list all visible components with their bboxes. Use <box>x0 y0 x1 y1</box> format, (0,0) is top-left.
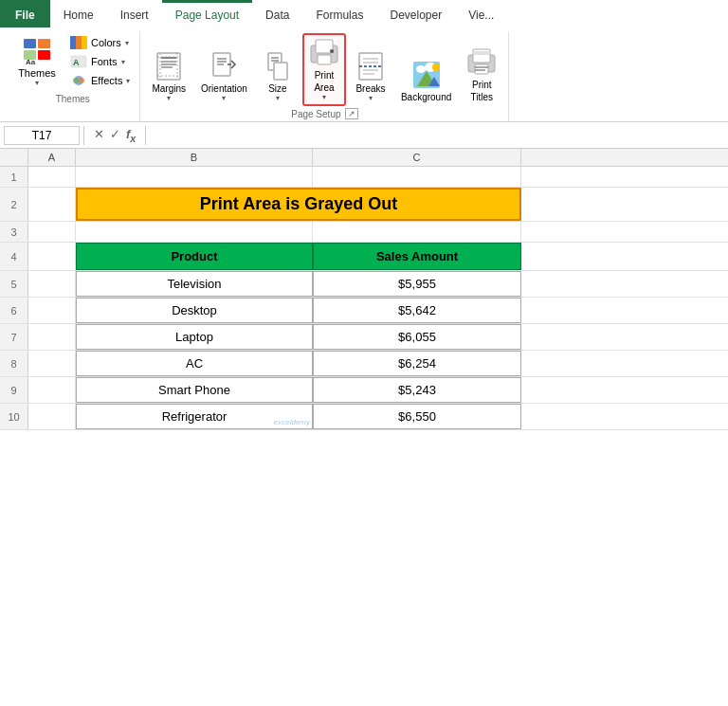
margins-button[interactable]: Margins ▾ <box>146 47 191 106</box>
cell-c3[interactable] <box>313 222 521 242</box>
breaks-label: Breaks <box>355 83 385 94</box>
tab-insert[interactable]: Insert <box>107 0 162 27</box>
margins-icon <box>154 51 184 81</box>
cell-a7[interactable] <box>28 324 76 350</box>
cell-a1[interactable] <box>28 167 76 187</box>
print-area-button[interactable]: Print Area ▾ <box>302 33 346 106</box>
svg-rect-1 <box>38 39 50 48</box>
row-num-3: 3 <box>0 222 28 242</box>
svg-point-12 <box>79 78 84 83</box>
effects-icon <box>70 73 87 88</box>
tab-file[interactable]: File <box>0 0 50 27</box>
breaks-button[interactable]: Breaks ▾ <box>350 47 391 106</box>
row-num-7: 7 <box>0 324 28 350</box>
svg-point-42 <box>416 65 426 73</box>
table-row: 2 Print Area is Grayed Out <box>0 188 728 222</box>
colors-label: Colors <box>91 37 121 48</box>
themes-group-label: Themes <box>9 91 136 104</box>
header-sales: Sales Amount <box>376 249 458 263</box>
cell-b3[interactable] <box>76 222 313 242</box>
cell-b8[interactable]: AC <box>76 351 313 376</box>
themes-button[interactable]: Aa Themes ▾ <box>9 33 64 91</box>
breaks-arrow: ▾ <box>369 94 373 102</box>
col-header-a[interactable]: A <box>28 149 76 166</box>
size-icon <box>263 51 293 81</box>
svg-rect-3 <box>38 50 50 60</box>
cell-b7[interactable]: Laptop <box>76 324 313 350</box>
header-product: Product <box>171 249 217 263</box>
cell-c9[interactable]: $5,243 <box>313 377 521 403</box>
page-setup-buttons: Margins ▾ Orientation <box>146 33 502 106</box>
tab-developer[interactable]: Developer <box>376 0 455 27</box>
page-setup-group: Margins ▾ Orientation <box>140 31 509 121</box>
table-row: 10 Refrigerator exceldemy $6,550 <box>0 404 728 430</box>
ribbon-content: Aa Themes ▾ <box>0 27 728 121</box>
print-titles-icon <box>466 47 497 78</box>
table-row: 6 Desktop $5,642 <box>0 298 728 324</box>
ribbon-tab-bar: File Home Insert Page Layout Data Formul… <box>0 0 728 27</box>
cell-a4[interactable] <box>28 243 76 270</box>
name-box[interactable] <box>4 126 80 145</box>
print-area-label: Print <box>315 70 335 81</box>
col-header-b[interactable]: B <box>76 149 313 166</box>
tab-formulas[interactable]: Formulas <box>302 0 376 27</box>
table-row: 7 Laptop $6,055 <box>0 324 728 351</box>
background-icon <box>411 60 442 90</box>
svg-point-33 <box>330 49 334 53</box>
confirm-formula-icon[interactable]: ✓ <box>110 127 120 144</box>
page-setup-expand[interactable]: ↗ <box>345 108 358 119</box>
effects-button[interactable]: Effects ▾ <box>64 71 136 90</box>
table-row: 9 Smart Phone $5,243 <box>0 377 728 404</box>
size-button[interactable]: Size ▾ <box>257 47 299 106</box>
cell-b4[interactable]: Product <box>76 243 313 270</box>
page-setup-label: Page Setup <box>291 109 340 119</box>
print-area-icon <box>309 38 339 68</box>
cell-a5[interactable] <box>28 271 76 297</box>
formula-input[interactable] <box>150 127 724 144</box>
print-area-arrow: ▾ <box>322 93 326 101</box>
cell-c4[interactable]: Sales Amount <box>313 243 521 270</box>
background-label: Background <box>401 92 451 102</box>
tab-home[interactable]: Home <box>50 0 107 27</box>
colors-button[interactable]: Colors ▾ <box>64 33 136 52</box>
orientation-button[interactable]: Orientation ▾ <box>195 47 253 106</box>
cell-a8[interactable] <box>28 351 76 376</box>
svg-rect-34 <box>318 55 331 64</box>
row-num-spacer <box>0 149 28 166</box>
row-num-6: 6 <box>0 298 28 323</box>
svg-rect-28 <box>274 63 287 80</box>
cell-a3[interactable] <box>28 222 76 242</box>
cell-a10[interactable] <box>28 404 76 429</box>
tab-page-layout[interactable]: Page Layout <box>162 0 252 27</box>
cell-c6[interactable]: $5,642 <box>313 298 521 323</box>
formula-icons: ✕ ✓ fx <box>88 127 141 144</box>
breaks-icon <box>355 51 386 81</box>
title-cell[interactable]: Print Area is Grayed Out <box>76 188 521 221</box>
cell-b5[interactable]: Television <box>76 271 313 297</box>
cell-a9[interactable] <box>28 377 76 403</box>
cell-c7[interactable]: $6,055 <box>313 324 521 350</box>
print-titles-button[interactable]: Print Titles <box>461 44 502 106</box>
cell-b10[interactable]: Refrigerator exceldemy <box>76 404 313 429</box>
margins-label: Margins <box>152 83 186 94</box>
cell-b1[interactable] <box>76 167 313 187</box>
fonts-button[interactable]: A Fonts ▾ <box>64 52 136 71</box>
cell-c10[interactable]: $6,550 <box>313 404 521 429</box>
cell-a6[interactable] <box>28 298 76 323</box>
cell-b6[interactable]: Desktop <box>76 298 313 323</box>
background-button[interactable]: Background <box>395 56 457 106</box>
col-header-c[interactable]: C <box>313 149 521 166</box>
cell-c5[interactable]: $5,955 <box>313 271 521 297</box>
cell-b9[interactable]: Smart Phone <box>76 377 313 403</box>
cell-c1[interactable] <box>313 167 521 187</box>
tab-data[interactable]: Data <box>252 0 302 27</box>
cell-c8[interactable]: $6,254 <box>313 351 521 376</box>
cell-a2[interactable] <box>28 188 76 221</box>
print-titles-label2: Titles <box>471 92 494 102</box>
cancel-formula-icon[interactable]: ✕ <box>94 127 104 144</box>
formula-separator <box>83 126 84 145</box>
tab-view[interactable]: Vie... <box>455 0 507 27</box>
print-titles-label: Print <box>472 80 492 90</box>
svg-point-11 <box>73 78 79 83</box>
insert-function-icon[interactable]: fx <box>126 127 136 144</box>
